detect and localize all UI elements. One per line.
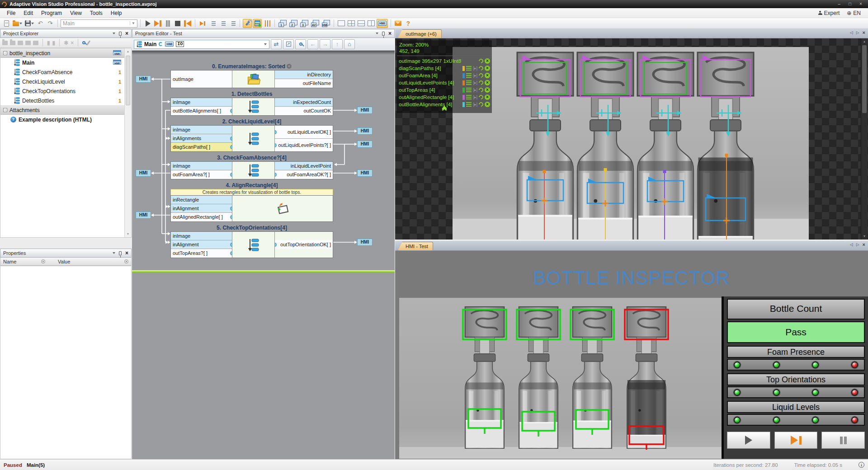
tree-row-detectbottles[interactable]: DetectBottles 1 xyxy=(0,96,131,105)
remove-icon[interactable] xyxy=(485,73,490,78)
list-icon[interactable] xyxy=(466,102,472,107)
detach-icon[interactable] xyxy=(473,95,477,99)
menu-edit[interactable]: Edit xyxy=(19,9,37,17)
menu-program[interactable]: Program xyxy=(37,9,66,17)
detach-icon[interactable] xyxy=(473,102,477,107)
remove-icon[interactable] xyxy=(485,102,490,107)
view-layout-av-button[interactable]: AV xyxy=(310,19,320,28)
scroll-down-icon[interactable]: ▼ xyxy=(125,231,131,237)
delete-icon[interactable]: × xyxy=(71,40,74,46)
pause-button[interactable] xyxy=(163,19,172,28)
hmi-run-button[interactable] xyxy=(727,432,770,449)
open-in-new-button[interactable]: ↗ xyxy=(283,39,294,49)
hmi-port-tag[interactable]: HMI xyxy=(357,239,373,246)
save-project-button[interactable] xyxy=(24,19,35,28)
list-icon[interactable] xyxy=(466,88,472,92)
layout-vsplit-button[interactable] xyxy=(367,19,376,28)
new-project-button[interactable] xyxy=(2,19,11,28)
panel-menu-icon[interactable] xyxy=(113,33,115,34)
add-macrofilter-icon[interactable] xyxy=(18,41,23,45)
hmi-port-tag[interactable]: HMI xyxy=(357,107,373,114)
view-layout-1-button[interactable]: 1 xyxy=(278,19,288,28)
tree-row-checkliquidlevel[interactable]: CheckLiquidLevel 1 xyxy=(0,77,131,86)
profile-icon[interactable] xyxy=(478,65,484,71)
preview-output-row[interactable]: outImage 395x297 1xUInt8 xyxy=(397,57,492,65)
tab-next-icon[interactable]: ▷ xyxy=(856,30,859,35)
layout-quad-button[interactable] xyxy=(347,19,356,28)
profile-icon[interactable] xyxy=(478,80,484,86)
expert-mode[interactable]: Expert xyxy=(818,10,840,16)
hmi-designer-button[interactable]: HMI xyxy=(377,19,388,28)
layout-hsplit-button[interactable] xyxy=(357,19,366,28)
preview-output-row[interactable]: outAlignedRectangle [4] xyxy=(397,94,492,101)
close-button[interactable]: × xyxy=(855,1,866,7)
scroll-up-icon[interactable]: ▲ xyxy=(125,48,131,55)
profile-icon[interactable] xyxy=(478,58,484,64)
pin-icon[interactable] xyxy=(382,32,385,36)
list-icon[interactable] xyxy=(466,73,472,78)
detach-icon[interactable] xyxy=(473,73,477,78)
maximize-button[interactable]: □ xyxy=(844,1,855,7)
tab-close-icon[interactable]: × xyxy=(863,242,865,247)
toggle-preview-updating-button[interactable] xyxy=(253,19,262,28)
tab-prev-icon[interactable]: ◁ xyxy=(850,242,853,247)
view-layout-hmi-button[interactable]: HMI xyxy=(321,19,331,28)
program-canvas[interactable]: HMI HMI HMI HMI HMI HMI HMI HMI 0. Enume… xyxy=(132,51,395,459)
help-button[interactable]: ? xyxy=(404,19,413,28)
panel-menu-icon[interactable] xyxy=(113,252,115,254)
detach-icon[interactable] xyxy=(473,66,477,70)
tree-row-checktoporientations[interactable]: CheckTopOrientations 1 xyxy=(0,86,131,96)
remove-icon[interactable] xyxy=(485,66,490,71)
preview-output-row[interactable]: diagScanPaths [4] xyxy=(397,65,492,72)
profile-icon[interactable] xyxy=(478,101,484,108)
step-out-button[interactable] xyxy=(218,19,227,28)
profile-icon[interactable] xyxy=(478,94,484,100)
tree-row-attachments[interactable]: − Attachments xyxy=(0,105,131,115)
minimize-button[interactable]: – xyxy=(834,1,844,7)
add-project-icon[interactable] xyxy=(10,41,15,45)
iterate-button[interactable] xyxy=(153,19,162,28)
view-layout-2-button[interactable]: 2 xyxy=(288,19,298,28)
step-over-button[interactable] xyxy=(198,19,207,28)
list-icon[interactable] xyxy=(466,80,472,85)
rename-icon[interactable] xyxy=(86,40,90,46)
tree-row-checkfoamabsence[interactable]: CheckFoamAbsence 1 xyxy=(0,67,131,77)
hmi-port-tag[interactable]: HMI xyxy=(136,75,151,83)
go-home-button[interactable]: ⌂ xyxy=(344,39,355,49)
pin-icon[interactable] xyxy=(119,251,122,255)
preview-output-row[interactable]: outFoamArea [4] xyxy=(397,72,492,79)
chevron-down-icon[interactable] xyxy=(264,43,267,45)
tab-prev-icon[interactable]: ◁ xyxy=(850,30,853,35)
view-layout-3-button[interactable]: 3 xyxy=(299,19,309,28)
run-button[interactable] xyxy=(143,19,152,28)
step-instruction-button[interactable] xyxy=(228,19,237,28)
profiler-button[interactable] xyxy=(263,19,272,28)
preview-output-row[interactable]: outLiquidLevelPoints [4] xyxy=(397,79,492,86)
close-panel-icon[interactable]: × xyxy=(125,250,128,256)
step-into-button[interactable] xyxy=(208,19,217,28)
collapse-icon[interactable]: − xyxy=(3,108,7,112)
program-selector[interactable]: Main▼ xyxy=(61,19,137,28)
hmi-port-tag[interactable]: HMI xyxy=(357,141,373,148)
search-icon[interactable] xyxy=(82,41,85,44)
language-selector[interactable]: ⊕EN xyxy=(847,10,861,16)
export-button[interactable] xyxy=(394,19,403,28)
hmi-port-tag[interactable]: HMI xyxy=(357,169,373,177)
stop-button[interactable] xyxy=(173,19,182,28)
tab-next-icon[interactable]: ▷ xyxy=(856,242,859,247)
column-value[interactable]: Value xyxy=(58,259,99,264)
remove-icon[interactable] xyxy=(485,94,490,100)
list-icon[interactable] xyxy=(466,95,472,99)
remove-icon[interactable] xyxy=(485,87,490,93)
layout-single-button[interactable] xyxy=(337,19,346,28)
preview-canvas[interactable]: Zoom: 200% 452, 149 outImage 395x297 1xU… xyxy=(395,38,868,240)
hmi-port-tag[interactable]: HMI xyxy=(136,212,151,219)
duplicate-icon[interactable]: ▮ xyxy=(47,40,50,46)
close-panel-icon[interactable]: × xyxy=(388,31,392,36)
hmi-port-tag[interactable]: HMI xyxy=(357,127,373,135)
switch-variant-button[interactable]: ⇄ xyxy=(271,39,282,49)
menu-view[interactable]: View xyxy=(66,9,86,17)
tree-row-project[interactable]: − bottle_inspection HMI xyxy=(0,48,131,58)
toggle-diagnostic-button[interactable] xyxy=(243,19,252,28)
panel-menu-icon[interactable] xyxy=(376,33,378,34)
